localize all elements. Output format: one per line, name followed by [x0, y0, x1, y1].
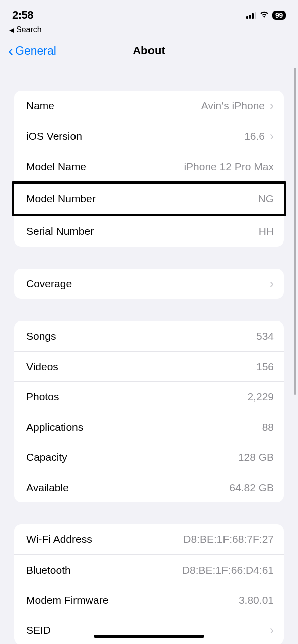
row-value: 534	[256, 330, 274, 342]
status-right: 99	[246, 10, 286, 21]
chevron-right-icon: ›	[270, 130, 274, 142]
row-model-name: Model Name iPhone 12 Pro Max	[14, 151, 284, 181]
scrollbar[interactable]	[294, 68, 296, 395]
page-title: About	[133, 44, 165, 57]
status-time: 2:58	[12, 9, 33, 22]
battery-level: 99	[272, 11, 286, 20]
back-to-search[interactable]: ◀ Search	[0, 24, 298, 34]
row-label: SEID	[26, 624, 51, 636]
row-value: 156	[256, 361, 274, 373]
coverage-section: Coverage ›	[14, 269, 284, 299]
nav-bar: ‹ General About	[0, 34, 298, 70]
row-label: Applications	[26, 421, 83, 433]
status-bar: 2:58 99	[0, 0, 298, 24]
row-songs: Songs 534	[14, 321, 284, 351]
wifi-icon	[259, 10, 269, 21]
row-serial-number: Serial Number HH	[14, 216, 284, 247]
row-label: Videos	[26, 361, 58, 373]
chevron-left-icon: ‹	[8, 43, 13, 58]
row-value: D8:BE:1F:68:7F:27	[183, 533, 274, 545]
row-label: Capacity	[26, 451, 67, 463]
row-bluetooth: Bluetooth D8:BE:1F:66:D4:61	[14, 554, 284, 585]
back-button[interactable]: ‹ General	[8, 43, 56, 58]
triangle-left-icon: ◀	[9, 26, 14, 34]
row-label: Serial Number	[26, 225, 94, 237]
row-label: Wi-Fi Address	[26, 533, 92, 545]
row-applications: Applications 88	[14, 412, 284, 442]
row-value: 64.82 GB	[229, 481, 274, 494]
row-label: Available	[26, 481, 69, 494]
row-modem-firmware: Modem Firmware 3.80.01	[14, 585, 284, 615]
row-label: Model Name	[26, 160, 86, 173]
row-photos: Photos 2,229	[14, 381, 284, 412]
row-label: Coverage	[26, 278, 72, 290]
row-label: iOS Version	[26, 130, 82, 142]
storage-section: Songs 534 Videos 156 Photos 2,229 Applic…	[14, 321, 284, 502]
row-model-number[interactable]: Model Number NG	[14, 184, 284, 214]
row-wifi-address: Wi-Fi Address D8:BE:1F:68:7F:27	[14, 524, 284, 554]
row-capacity: Capacity 128 GB	[14, 442, 284, 472]
row-coverage[interactable]: Coverage ›	[14, 269, 284, 299]
chevron-right-icon: ›	[270, 278, 274, 290]
content: Name Avin's iPhone › iOS Version 16.6 › …	[0, 70, 298, 644]
row-value: 128 GB	[238, 451, 274, 463]
chevron-right-icon: ›	[270, 624, 274, 636]
row-value: 3.80.01	[239, 594, 274, 606]
row-value: D8:BE:1F:66:D4:61	[182, 564, 274, 576]
row-seid[interactable]: SEID ›	[14, 615, 284, 644]
network-section: Wi-Fi Address D8:BE:1F:68:7F:27 Bluetoot…	[14, 524, 284, 644]
back-search-label: Search	[16, 25, 42, 34]
row-value: 2,229	[247, 391, 274, 403]
row-label: Name	[26, 100, 54, 112]
back-label: General	[15, 44, 56, 58]
row-value: iPhone 12 Pro Max	[184, 160, 274, 173]
row-label: Songs	[26, 330, 56, 342]
row-value: ›	[270, 624, 274, 636]
row-ios-version[interactable]: iOS Version 16.6 ›	[14, 121, 284, 151]
row-name[interactable]: Name Avin's iPhone ›	[14, 91, 284, 121]
home-indicator[interactable]	[94, 635, 204, 638]
row-value: Avin's iPhone ›	[201, 100, 274, 112]
row-value: 88	[262, 421, 274, 433]
row-value: 16.6 ›	[244, 130, 274, 142]
highlight-annotation: Model Number NG	[12, 181, 286, 216]
row-label: Model Number	[26, 193, 96, 205]
row-label: Photos	[26, 391, 59, 403]
cellular-signal-icon	[246, 12, 256, 19]
row-value: NG	[258, 193, 274, 205]
chevron-right-icon: ›	[270, 100, 274, 112]
row-label: Modem Firmware	[26, 594, 108, 606]
row-value: HH	[259, 225, 274, 237]
device-info-section: Name Avin's iPhone › iOS Version 16.6 › …	[14, 91, 284, 247]
row-label: Bluetooth	[26, 564, 71, 576]
row-value: ›	[270, 278, 274, 290]
row-available: Available 64.82 GB	[14, 472, 284, 502]
row-videos: Videos 156	[14, 351, 284, 381]
